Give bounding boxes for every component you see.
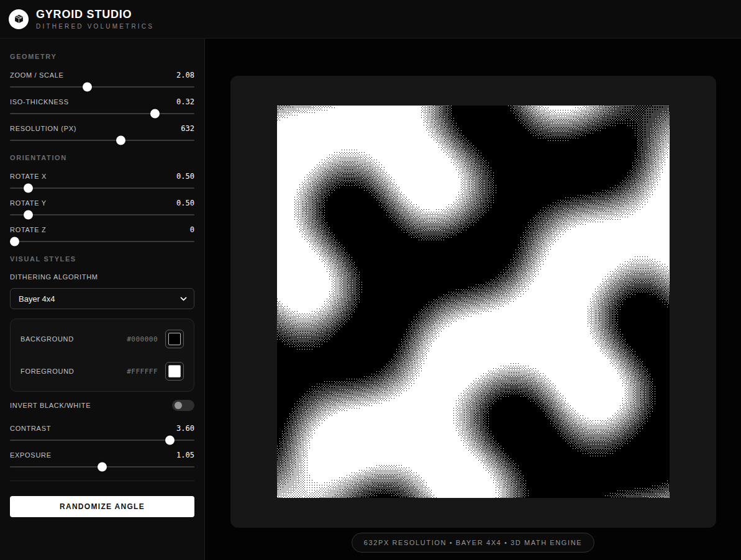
- gyroid-render-canvas: [277, 106, 670, 498]
- background-color-swatch[interactable]: [165, 330, 184, 348]
- color-settings-card: BACKGROUND #000000 FOREGROUND #FFFFFF: [10, 318, 194, 392]
- background-color-hex: #000000: [127, 335, 158, 343]
- iso-thickness-slider-group: ISO-THICKNESS 0.32: [10, 97, 194, 114]
- dithering-algorithm-label: DITHERING ALGORITHM: [10, 273, 194, 281]
- rotate-z-slider-group: ROTATE Z 0: [10, 225, 194, 242]
- resolution-slider-group: RESOLUTION (PX) 632: [10, 124, 194, 141]
- contrast-value: 3.60: [176, 424, 194, 433]
- iso-thickness-label: ISO-THICKNESS: [10, 98, 69, 106]
- rotate-z-slider-thumb[interactable]: [10, 237, 19, 246]
- foreground-color-hex: #FFFFFF: [127, 368, 158, 376]
- rotate-x-slider[interactable]: [10, 187, 194, 189]
- controls-sidebar: GEOMETRY ZOOM / SCALE 2.08 ISO-THICKNESS…: [0, 38, 205, 560]
- iso-thickness-slider[interactable]: [10, 113, 194, 114]
- rotate-z-slider[interactable]: [10, 241, 194, 242]
- rotate-z-label: ROTATE Z: [10, 226, 46, 233]
- render-panel: [230, 76, 716, 528]
- rotate-x-slider-thumb[interactable]: [24, 184, 33, 193]
- zoom-scale-slider[interactable]: [10, 86, 194, 88]
- rotate-x-label: ROTATE X: [10, 173, 47, 180]
- exposure-slider-thumb[interactable]: [98, 463, 107, 472]
- contrast-slider-group: CONTRAST 3.60: [10, 424, 194, 441]
- invert-toggle-knob[interactable]: [175, 402, 182, 409]
- invert-label: INVERT BLACK/WHITE: [10, 402, 91, 409]
- exposure-slider[interactable]: [10, 466, 194, 467]
- rotate-x-slider-group: ROTATE X 0.50: [10, 172, 194, 189]
- section-title-geometry: GEOMETRY: [10, 53, 194, 60]
- sidebar-divider: [10, 481, 194, 481]
- randomize-angle-button[interactable]: RANDOMIZE ANGLE: [10, 496, 194, 517]
- app-title: GYROID STUDIO: [36, 8, 154, 21]
- foreground-color-label: FOREGROUND: [20, 368, 127, 375]
- exposure-slider-group: EXPOSURE 1.05: [10, 451, 194, 467]
- rotate-y-slider-thumb[interactable]: [24, 210, 33, 220]
- zoom-scale-slider-group: ZOOM / SCALE 2.08: [10, 71, 194, 88]
- contrast-label: CONTRAST: [10, 425, 51, 432]
- status-bar: 632PX RESOLUTION • BAYER 4X4 • 3D MATH E…: [352, 533, 594, 553]
- invert-toggle[interactable]: [172, 400, 194, 411]
- background-color-row: BACKGROUND #000000: [20, 323, 184, 355]
- exposure-value: 1.05: [176, 451, 194, 459]
- cube-icon: [14, 14, 24, 24]
- resolution-slider-thumb[interactable]: [116, 136, 125, 145]
- zoom-scale-value: 2.08: [176, 71, 194, 79]
- foreground-color-row: FOREGROUND #FFFFFF: [20, 355, 184, 387]
- rotate-y-value: 0.50: [176, 199, 194, 207]
- iso-thickness-slider-thumb[interactable]: [150, 109, 160, 119]
- rotate-y-slider[interactable]: [10, 214, 194, 215]
- zoom-scale-slider-thumb[interactable]: [83, 83, 92, 92]
- rotate-z-value: 0: [190, 225, 194, 234]
- iso-thickness-value: 0.32: [176, 97, 194, 106]
- resolution-value: 632: [181, 124, 194, 133]
- rotate-x-value: 0.50: [176, 172, 194, 181]
- app-header: GYROID STUDIO DITHERED VOLUMETRICS: [0, 0, 741, 38]
- rotate-y-label: ROTATE Y: [10, 199, 47, 207]
- rotate-y-slider-group: ROTATE Y 0.50: [10, 199, 194, 215]
- dithering-algorithm-select[interactable]: Bayer 4x4: [10, 288, 194, 309]
- foreground-color-swatch[interactable]: [165, 362, 184, 381]
- zoom-scale-label: ZOOM / SCALE: [10, 71, 64, 79]
- render-viewport: 632PX RESOLUTION • BAYER 4X4 • 3D MATH E…: [205, 38, 741, 560]
- exposure-label: EXPOSURE: [10, 451, 52, 459]
- resolution-label: RESOLUTION (PX): [10, 125, 76, 132]
- contrast-slider[interactable]: [10, 440, 194, 441]
- background-color-label: BACKGROUND: [20, 335, 127, 343]
- section-title-visual-styles: VISUAL STYLES: [10, 255, 194, 263]
- app-logo: [9, 9, 29, 29]
- app-subtitle: DITHERED VOLUMETRICS: [36, 23, 154, 30]
- contrast-slider-thumb[interactable]: [165, 436, 175, 445]
- section-title-orientation: ORIENTATION: [10, 154, 194, 161]
- resolution-slider[interactable]: [10, 140, 194, 141]
- invert-toggle-row: INVERT BLACK/WHITE: [10, 400, 194, 411]
